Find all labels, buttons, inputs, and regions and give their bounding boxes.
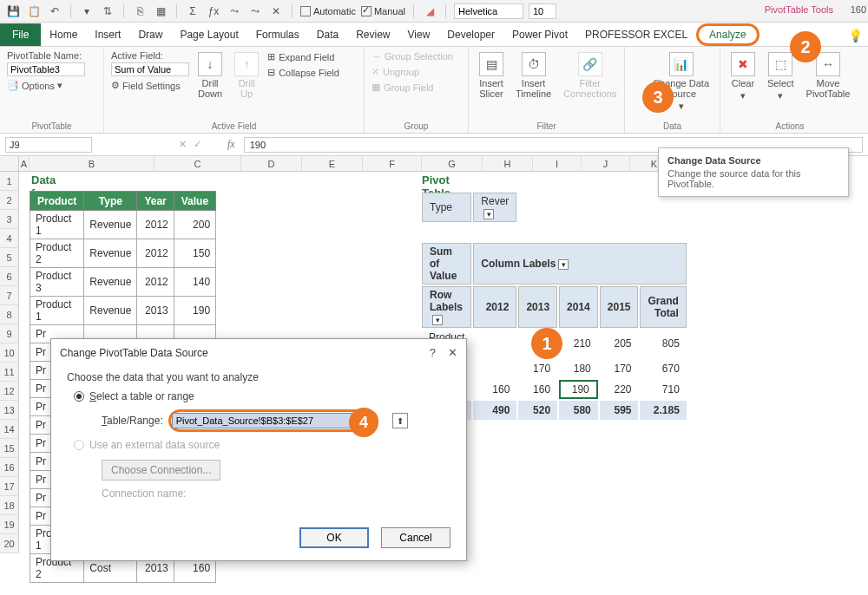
callout-1: 1	[531, 328, 562, 359]
row-header[interactable]: 8	[0, 305, 19, 324]
options-button[interactable]: 📑 Options ▾	[7, 80, 62, 91]
drill-down-button[interactable]: ↓Drill Down	[194, 50, 226, 101]
table-range-label: Table/Range:	[102, 415, 163, 427]
row-header[interactable]: 12	[0, 382, 19, 401]
row-header[interactable]: 14	[0, 420, 19, 439]
row-header[interactable]: 18	[0, 496, 19, 515]
enter-formula-icon[interactable]: ✓	[194, 139, 201, 150]
row-header[interactable]: 13	[0, 401, 19, 420]
name-box[interactable]: J9	[5, 137, 92, 153]
row-header[interactable]: 6	[0, 267, 19, 286]
select-button[interactable]: ⬚Select ▾	[764, 50, 798, 103]
row-header[interactable]: 20	[0, 534, 19, 553]
insert-slicer-button[interactable]: ▤Insert Slicer	[476, 50, 507, 101]
collapse-field-button[interactable]: ⊟ Collapse Field	[267, 66, 339, 79]
tell-me-icon[interactable]: 💡	[848, 29, 863, 42]
ungroup-button[interactable]: ⤫ Ungroup	[372, 65, 419, 78]
column-header[interactable]: E	[302, 156, 363, 172]
row-header[interactable]: 9	[0, 324, 19, 343]
sort-icon[interactable]: ⇅	[100, 3, 115, 19]
close-icon[interactable]: ✕	[448, 346, 457, 359]
tab-professor-excel[interactable]: PROFESSOR EXCEL	[576, 23, 696, 46]
cancel-button[interactable]: Cancel	[381, 527, 450, 548]
undo-icon[interactable]: ↶	[47, 3, 62, 19]
column-header[interactable]: J	[582, 156, 630, 172]
tab-developer[interactable]: Developer	[438, 23, 503, 46]
automatic-checkbox[interactable]: Automatic	[300, 6, 356, 16]
column-header[interactable]: D	[241, 156, 302, 172]
change-data-source-tooltip: Change Data Source Change the source dat…	[658, 147, 849, 197]
tab-home[interactable]: Home	[41, 23, 86, 46]
choose-connection-button: Choose Connection...	[102, 460, 220, 481]
ok-button[interactable]: OK	[299, 527, 369, 548]
column-dropdown-icon: ▾	[558, 259, 569, 270]
field-settings-button[interactable]: ⚙ Field Settings	[111, 80, 189, 91]
insert-timeline-button[interactable]: ⏱Insert Timeline	[512, 50, 555, 101]
font-name-select[interactable]	[454, 3, 523, 19]
tab-draw[interactable]: Draw	[129, 23, 171, 46]
tab-insert[interactable]: Insert	[86, 23, 129, 46]
dialog-title: Change PivotTable Data Source	[60, 347, 208, 359]
tab-formulas[interactable]: Formulas	[247, 23, 308, 46]
manual-checkbox[interactable]: Manual	[361, 6, 405, 16]
column-header[interactable]: B	[30, 156, 155, 172]
row-header[interactable]: 4	[0, 229, 19, 248]
pivot-filter-type-value[interactable]: Rever▾	[473, 193, 516, 222]
tab-power-pivot[interactable]: Power Pivot	[503, 23, 576, 46]
trace2-icon[interactable]: ⤳	[247, 3, 263, 19]
expand-field-button[interactable]: ⊞ Expand Field	[267, 50, 339, 63]
row-header[interactable]: 17	[0, 477, 19, 496]
group-selection-button[interactable]: → Group Selection	[372, 50, 453, 62]
column-header[interactable]: H	[483, 156, 533, 172]
range-picker-icon[interactable]: ⬆	[392, 413, 408, 428]
column-header[interactable]: A	[19, 156, 30, 172]
paste-icon[interactable]: 📋	[26, 3, 42, 19]
tab-data[interactable]: Data	[308, 23, 347, 46]
ribbon-tabs: File Home Insert Draw Page Layout Formul…	[0, 23, 868, 47]
column-header[interactable]: F	[363, 156, 422, 172]
pivottable-name-input[interactable]	[7, 62, 85, 76]
active-field-input[interactable]	[111, 62, 189, 76]
tab-file[interactable]: File	[0, 23, 41, 46]
column-header[interactable]: I	[533, 156, 582, 172]
row-header[interactable]: 5	[0, 248, 19, 267]
autosum-icon[interactable]: Σ	[185, 3, 201, 19]
clear-button[interactable]: ✖Clear ▾	[727, 50, 759, 103]
select-range-radio[interactable]: SSelect a table or rangeelect a table or…	[74, 390, 450, 402]
row-header[interactable]: 15	[0, 439, 19, 458]
row-header[interactable]: 1	[0, 172, 19, 191]
row-header[interactable]: 10	[0, 343, 19, 363]
row-header[interactable]: 7	[0, 286, 19, 305]
group-field-button[interactable]: ▦ Group Field	[372, 81, 433, 94]
table-range-input[interactable]	[172, 413, 375, 428]
fx-icon[interactable]: ƒx	[206, 3, 221, 19]
help-icon[interactable]: ?	[430, 346, 436, 359]
pivot-filter-type-label: Type	[422, 193, 471, 222]
tab-review[interactable]: Review	[347, 23, 398, 46]
filter-dropdown-icon[interactable]: ▾	[483, 209, 494, 219]
font-size-select[interactable]	[529, 3, 556, 19]
fx-label[interactable]: fx	[227, 138, 235, 151]
cancel-formula-icon[interactable]: ✕	[179, 139, 187, 150]
row-header[interactable]: 19	[0, 515, 19, 534]
tab-analyze[interactable]: Analyze	[696, 23, 760, 46]
trace-icon[interactable]: ⤳	[227, 3, 242, 19]
row-header[interactable]: 3	[0, 210, 19, 229]
select-all-corner[interactable]	[0, 156, 19, 172]
drill-up-button[interactable]: ↑Drill Up	[231, 50, 262, 101]
copy-icon: ⎘	[132, 3, 148, 19]
remove-arrows-icon[interactable]: ✕	[268, 3, 284, 19]
filter-icon[interactable]: ▾	[79, 3, 95, 19]
row-header[interactable]: 2	[0, 191, 19, 210]
column-header[interactable]: C	[155, 156, 241, 172]
tab-view[interactable]: View	[399, 23, 439, 46]
format-icon[interactable]: ▦	[153, 3, 168, 19]
save-icon[interactable]: 💾	[5, 3, 21, 19]
row-header[interactable]: 11	[0, 363, 19, 382]
column-header[interactable]: G	[422, 156, 483, 172]
eraser-icon[interactable]: ◢	[422, 3, 437, 19]
row-header[interactable]: 16	[0, 458, 19, 477]
connection-name-label: Connection name:	[102, 487, 450, 500]
filter-connections-button[interactable]: 🔗Filter Connections	[560, 50, 620, 101]
tab-page-layout[interactable]: Page Layout	[171, 23, 247, 46]
